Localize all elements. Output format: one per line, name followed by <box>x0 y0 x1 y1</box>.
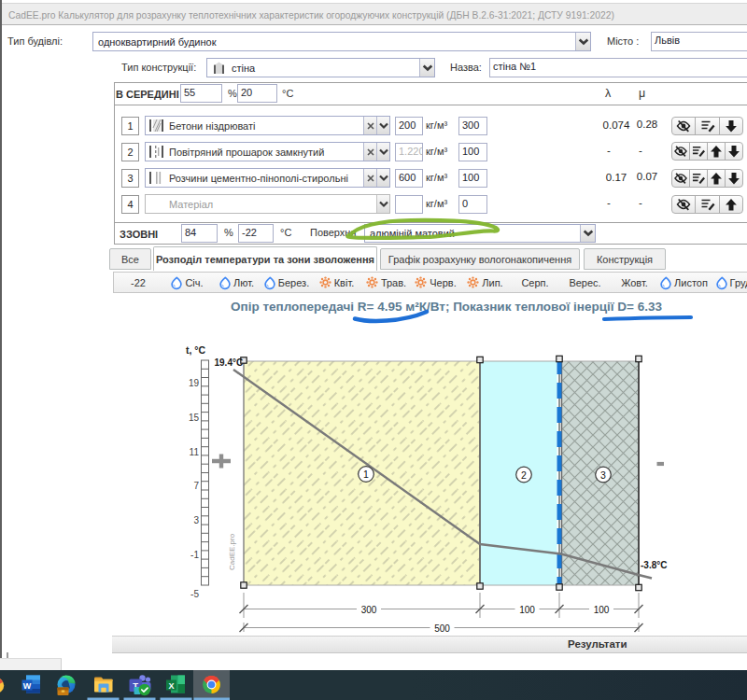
svg-text:300: 300 <box>361 605 377 615</box>
svg-text:15: 15 <box>189 413 200 423</box>
svg-text:3: 3 <box>600 469 606 481</box>
svg-text:100: 100 <box>519 605 535 615</box>
svg-text:X: X <box>168 681 174 691</box>
svg-text:-5: -5 <box>190 589 199 599</box>
svg-text:1: 1 <box>363 469 369 480</box>
svg-text:7: 7 <box>193 481 199 491</box>
svg-text:11: 11 <box>190 447 200 457</box>
svg-text:-3.8°C: -3.8°C <box>641 560 667 570</box>
svg-text:19: 19 <box>189 378 200 388</box>
svg-text:W: W <box>23 681 32 691</box>
svg-text:-1: -1 <box>190 550 199 560</box>
svg-text:t, °C: t, °C <box>186 344 206 356</box>
svg-text:500: 500 <box>434 623 450 634</box>
svg-text:2: 2 <box>521 469 527 481</box>
svg-text:3: 3 <box>193 515 199 525</box>
svg-text:CadEE.pro: CadEE.pro <box>228 533 236 570</box>
svg-text:100: 100 <box>594 605 610 615</box>
svg-text:19.4°C: 19.4°C <box>215 357 244 368</box>
